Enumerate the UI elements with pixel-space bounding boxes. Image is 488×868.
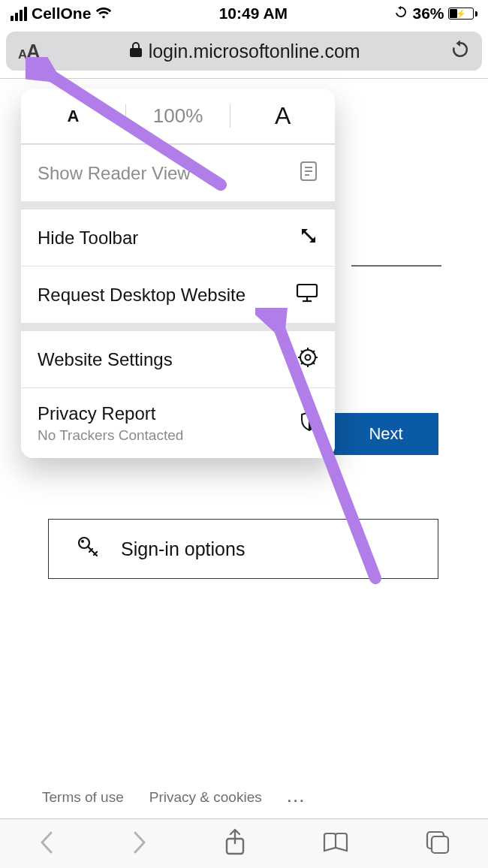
battery-icon: ⚡ (448, 8, 477, 20)
key-icon (76, 534, 101, 564)
wifi-icon (95, 8, 112, 20)
zoom-out-button[interactable]: A (21, 107, 125, 126)
request-desktop-item[interactable]: Request Desktop Website (21, 266, 335, 323)
bottom-toolbar (0, 818, 488, 868)
zoom-level[interactable]: 100% (125, 104, 231, 128)
status-bar: CellOne 10:49 AM 36% ⚡ (0, 0, 488, 27)
footer-links: Terms of use Privacy & cookies ... (42, 789, 306, 806)
hide-toolbar-item[interactable]: Hide Toolbar (21, 209, 335, 266)
signin-options-button[interactable]: Sign-in options (48, 519, 438, 579)
privacy-link[interactable]: Privacy & cookies (149, 789, 262, 806)
bookmarks-button[interactable] (321, 831, 350, 857)
tabs-button[interactable] (425, 830, 450, 858)
carrier-label: CellOne (32, 5, 91, 23)
zoom-in-button[interactable]: A (230, 102, 335, 130)
footer-more[interactable]: ... (288, 789, 306, 806)
page-settings-popover: A 100% A Show Reader View Hide Toolbar R… (21, 89, 335, 458)
input-underline (351, 265, 441, 267)
reader-view-item: Show Reader View (21, 144, 335, 201)
terms-link[interactable]: Terms of use (42, 789, 124, 806)
back-button[interactable] (38, 830, 56, 858)
forward-button (131, 830, 149, 858)
svg-rect-21 (432, 836, 448, 853)
text-size-button[interactable]: AA (18, 41, 38, 62)
share-button[interactable] (224, 828, 246, 860)
address-bar[interactable]: AA login.microsoftonline.com (6, 32, 482, 71)
battery-percent: 36% (412, 5, 444, 23)
reload-button[interactable] (450, 39, 470, 63)
svg-rect-6 (297, 285, 317, 297)
reader-icon (299, 160, 318, 187)
desktop-icon (296, 283, 318, 307)
privacy-report-item[interactable]: Privacy Report No Trackers Contacted (21, 387, 335, 458)
website-settings-item[interactable]: Website Settings (21, 330, 335, 387)
next-button[interactable]: Next (333, 413, 438, 455)
signal-icon (11, 7, 27, 21)
lock-icon (129, 41, 143, 62)
rotation-lock-icon (394, 5, 408, 23)
svg-point-1 (81, 540, 84, 543)
clock: 10:49 AM (219, 5, 288, 23)
shield-icon (300, 411, 318, 436)
url-display[interactable]: login.microsoftonline.com (46, 41, 443, 62)
expand-icon (299, 226, 318, 250)
gear-icon (297, 347, 318, 372)
svg-point-10 (306, 354, 311, 360)
